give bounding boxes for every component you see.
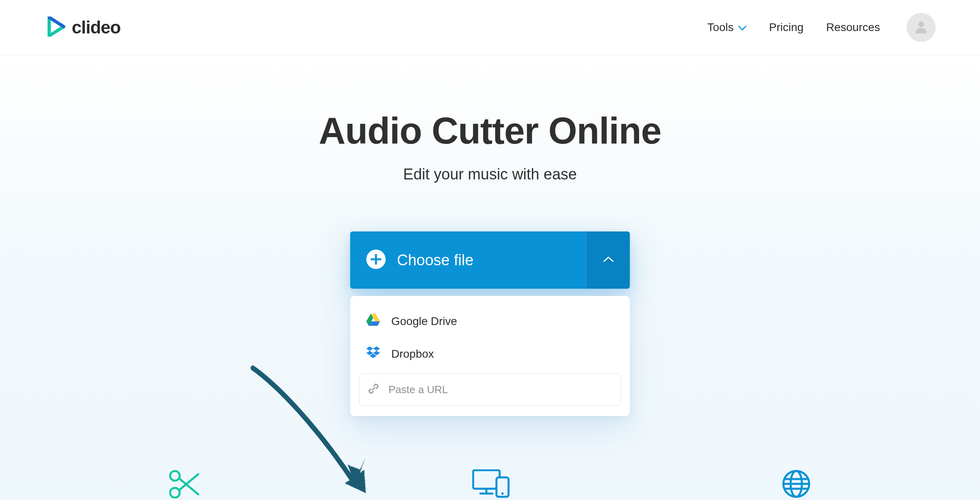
feature-cut <box>169 468 201 500</box>
chevron-down-icon <box>738 21 747 34</box>
logo[interactable]: clideo <box>48 17 120 38</box>
devices-icon <box>472 469 510 500</box>
nav-pricing[interactable]: Pricing <box>769 21 804 34</box>
paste-url-row[interactable] <box>359 373 621 406</box>
feature-online <box>782 468 811 500</box>
user-icon <box>914 20 928 35</box>
paste-url-input[interactable] <box>388 383 612 396</box>
option-google-drive[interactable]: Google Drive <box>359 305 621 338</box>
feature-icons-row <box>0 468 980 500</box>
globe-icon <box>782 469 811 500</box>
upload-options-dropdown: Google Drive Dropbox <box>350 296 630 416</box>
nav: Tools Pricing Resources <box>707 13 936 42</box>
option-google-drive-label: Google Drive <box>391 315 457 328</box>
link-icon <box>368 383 380 396</box>
upload-options-toggle[interactable] <box>586 231 630 289</box>
option-dropbox-label: Dropbox <box>391 348 434 360</box>
page-title: Audio Cutter Online <box>319 110 661 152</box>
plus-circle-icon <box>366 250 386 271</box>
play-icon <box>48 17 65 38</box>
main: Audio Cutter Online Edit your music with… <box>0 55 980 500</box>
svg-point-2 <box>170 471 180 481</box>
page-subtitle: Edit your music with ease <box>403 166 577 183</box>
choose-row: Choose file <box>350 231 630 289</box>
svg-point-3 <box>170 488 180 498</box>
dropbox-icon <box>366 346 380 361</box>
choose-file-label: Choose file <box>397 252 473 269</box>
svg-point-6 <box>501 492 504 495</box>
account-avatar[interactable] <box>907 13 936 42</box>
uploader: Choose file Google Drive <box>350 231 630 416</box>
chevron-up-icon <box>603 256 614 264</box>
logo-text: clideo <box>72 17 120 38</box>
feature-devices <box>472 468 510 500</box>
nav-tools[interactable]: Tools <box>707 21 746 34</box>
option-dropbox[interactable]: Dropbox <box>359 338 621 370</box>
scissors-icon <box>169 470 201 500</box>
nav-resources-label: Resources <box>826 21 880 34</box>
google-drive-icon <box>366 314 380 329</box>
choose-file-button[interactable]: Choose file <box>350 231 586 289</box>
nav-tools-label: Tools <box>707 21 733 34</box>
svg-point-0 <box>918 21 924 27</box>
nav-resources[interactable]: Resources <box>826 21 880 34</box>
header: clideo Tools Pricing Resources <box>0 0 980 55</box>
nav-pricing-label: Pricing <box>769 21 804 34</box>
